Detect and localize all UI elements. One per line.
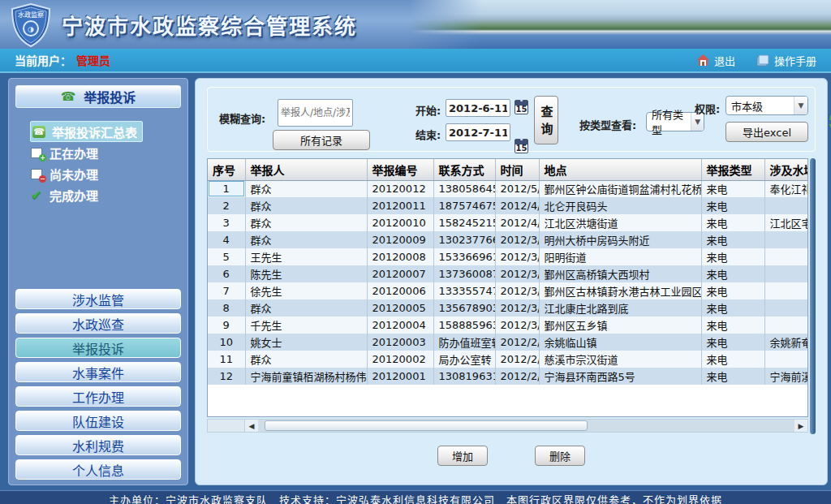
- report-table: 序号举报人举报编号联系方式时间地点举报类型涉及水域 1群众20120012138…: [208, 159, 808, 385]
- cell-water-area: [764, 197, 808, 214]
- col-header-contact[interactable]: 联系方式: [433, 159, 495, 180]
- cell-contact: 局办公室转: [433, 351, 495, 368]
- main-panel: 模糊查询: 所有记录 开始: 15 结束: 15 查询 按类型查看: 所有类型 …: [195, 78, 828, 485]
- table-row[interactable]: 11群众20120002局办公室转2012/2/10慈溪市宗汉街道来电: [208, 351, 808, 368]
- col-header-index[interactable]: 序号: [208, 159, 245, 180]
- end-date-input[interactable]: [446, 123, 510, 141]
- cell-report-no: 20120002: [367, 351, 433, 368]
- sidebar-submenu: ☎ 举报投诉汇总表 + 正在办理 − 尚未办理 ✔ 完成办理: [30, 121, 181, 205]
- cell-report-type: 来电: [701, 368, 764, 385]
- cell-report-no: 20120006: [367, 282, 433, 299]
- cell-water-area: 奉化江礼: [764, 180, 808, 197]
- delete-button[interactable]: 删除: [535, 446, 585, 466]
- cell-reporter: 群众: [245, 231, 367, 248]
- cell-report-type: 来电: [701, 282, 764, 299]
- scroll-left-arrow[interactable]: ◀: [245, 420, 258, 432]
- cell-water-area: [764, 299, 808, 317]
- scrollbar-thumb[interactable]: [265, 420, 588, 431]
- table-row[interactable]: 3群众20120010158245215972012/4/17江北区洪塘街道来电…: [208, 214, 808, 231]
- cell-index: 6: [208, 265, 245, 282]
- toolbar: 模糊查询: 所有记录 开始: 15 结束: 15 查询 按类型查看: 所有类型 …: [207, 87, 816, 152]
- col-header-report-type[interactable]: 举报类型: [701, 159, 764, 180]
- cell-location: 鄞州区五乡镇: [539, 317, 701, 334]
- cell-index: 1: [208, 180, 245, 197]
- submenu-item-in-progress[interactable]: + 正在办理: [30, 142, 181, 163]
- cell-location: 余姚临山镇: [539, 334, 701, 351]
- start-date-input[interactable]: [446, 99, 510, 117]
- cell-index: 12: [208, 368, 245, 385]
- cell-contact: 13805864528: [433, 180, 495, 197]
- table-minus-icon: −: [30, 168, 43, 180]
- horizontal-scrollbar[interactable]: ◀ ▶: [207, 419, 808, 433]
- cell-date: 2012/3/31: [495, 248, 539, 265]
- sidebar-nav-item-7[interactable]: 个人信息: [15, 459, 181, 480]
- query-button[interactable]: 查询: [534, 96, 558, 144]
- table-row[interactable]: 4群众20120009130237766492012/3/29明州大桥中房码头附…: [208, 231, 808, 248]
- submenu-item-completed[interactable]: ✔ 完成办理: [30, 184, 181, 205]
- table-row[interactable]: 8群众20120005135678903902012/3/26江北康庄北路到底来…: [208, 299, 808, 317]
- scroll-right-arrow[interactable]: ▶: [794, 420, 807, 432]
- logout-button[interactable]: 退出: [697, 53, 735, 68]
- cell-report-type: 来电: [701, 351, 764, 368]
- action-bar: 增加 删除: [207, 446, 816, 466]
- submenu-item-summary-table[interactable]: ☎ 举报投诉汇总表: [30, 121, 143, 142]
- sidebar-nav-item-5[interactable]: 队伍建设: [15, 411, 181, 431]
- table-row[interactable]: 9千先生20120004158885963252012/3/23鄞州区五乡镇来电: [208, 317, 808, 334]
- table-row[interactable]: 12宁海前童镇栢湖杨村杨伟林20120001130819631762012/2/…: [208, 368, 808, 385]
- col-header-report-no[interactable]: 举报编号: [367, 159, 433, 180]
- app-header: ◑ 水政监察 宁波市水政监察综合管理系统: [0, 0, 831, 49]
- sidebar-nav-item-3[interactable]: 水事案件: [15, 362, 181, 382]
- cell-location: 鄞州区高桥镇大西坝村: [539, 265, 701, 282]
- cell-reporter: 千先生: [245, 317, 367, 334]
- cell-contact: 18757467537: [433, 197, 495, 214]
- cell-water-area: [764, 317, 808, 334]
- cell-location: 鄞州区古林镇葑水港古林工业园区: [539, 282, 701, 299]
- add-button[interactable]: 增加: [437, 446, 488, 466]
- cell-location: 江北康庄北路到底: [539, 299, 701, 317]
- table-row[interactable]: 6陈先生20120007137360087292012/3/29鄞州区高桥镇大西…: [208, 265, 808, 282]
- cell-index: 4: [208, 231, 245, 248]
- footer-bar: 主办单位：宁波市水政监察支队 技术支持：宁波弘泰水利信息科技有限公司 本图行政区…: [0, 490, 831, 504]
- cell-date: 2012/3/23: [495, 317, 539, 334]
- sidebar: ☎ 举报投诉 ☎ 举报投诉汇总表 + 正在办理 − 尚未办理 ✔ 完成办理 涉水…: [8, 78, 188, 485]
- scrollbar-track[interactable]: [258, 420, 794, 432]
- cell-contact: 15824521597: [433, 214, 495, 231]
- col-header-location[interactable]: 地点: [539, 159, 701, 180]
- table-row[interactable]: 2群众20120011187574675372012/4/23北仑开良码头来电: [208, 197, 808, 214]
- cell-location: 慈溪市宗汉街道: [539, 351, 701, 368]
- col-header-date[interactable]: 时间: [495, 159, 539, 180]
- refresh-icon[interactable]: [826, 104, 831, 136]
- permission-dropdown[interactable]: 市本级 ▼: [726, 96, 808, 115]
- sidebar-nav-item-1[interactable]: 水政巡查: [15, 313, 181, 334]
- table-row[interactable]: 5王先生20120008153366961212012/3/31阳明街道来电: [208, 248, 808, 265]
- end-calendar-icon[interactable]: 15: [515, 139, 528, 153]
- table-row[interactable]: 1群众20120012138058645282012/5/4鄞州区钟公庙街道铜盆…: [208, 180, 808, 197]
- cell-reporter: 群众: [245, 214, 367, 231]
- sidebar-nav-item-2[interactable]: 举报投诉: [15, 338, 181, 358]
- cell-location: 宁海县环南西路5号: [539, 368, 701, 385]
- svg-text:水政监察: 水政监察: [18, 11, 44, 19]
- export-excel-button[interactable]: 导出excel: [726, 122, 808, 142]
- start-calendar-icon[interactable]: 15: [515, 100, 528, 114]
- col-header-water-area[interactable]: 涉及水域: [764, 159, 808, 180]
- sidebar-nav-item-0[interactable]: 涉水监管: [15, 289, 181, 309]
- table-row[interactable]: 7徐先生20120006133355747782012/3/29鄞州区古林镇葑水…: [208, 282, 808, 299]
- fuzzy-search-input[interactable]: [278, 99, 353, 127]
- table-row[interactable]: 10姚女士20120003防办值班室转2012/2/23余姚临山镇来电余姚新奄: [208, 334, 808, 351]
- manual-button[interactable]: 操作手册: [756, 53, 816, 68]
- start-date-label: 开始:: [416, 102, 441, 118]
- cell-report-type: 来电: [701, 334, 764, 351]
- submenu-item-not-handled[interactable]: − 尚未办理: [30, 163, 181, 184]
- cell-contact: 13081963176: [433, 368, 495, 385]
- cell-reporter: 群众: [245, 351, 367, 368]
- sidebar-nav-item-4[interactable]: 工作办理: [15, 386, 181, 407]
- all-records-button[interactable]: 所有记录: [273, 130, 370, 150]
- cell-location: 江北区洪塘街道: [539, 214, 701, 231]
- sidebar-panel-header[interactable]: ☎ 举报投诉: [15, 85, 181, 108]
- sidebar-nav-item-6[interactable]: 水利规费: [15, 435, 181, 455]
- vertical-scrollbar[interactable]: [810, 158, 816, 434]
- cell-index: 9: [208, 317, 245, 334]
- cell-report-no: 20120011: [367, 197, 433, 214]
- cell-contact: 防办值班室转: [433, 334, 495, 351]
- col-header-reporter[interactable]: 举报人: [245, 159, 367, 180]
